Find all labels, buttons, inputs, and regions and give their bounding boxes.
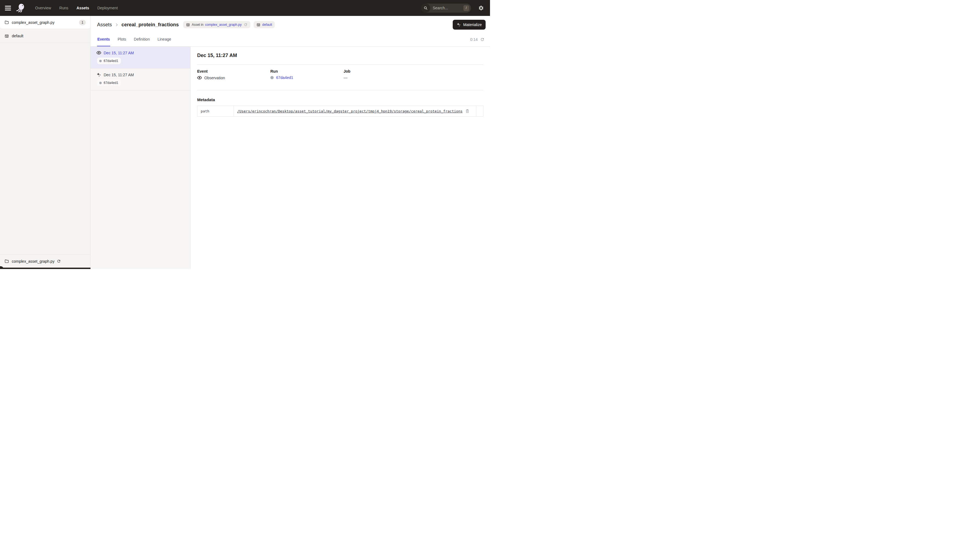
metadata-row: path /Users/erincochran/Desktop/asset_tu… (197, 106, 484, 116)
run-status-dot (270, 76, 274, 79)
search-shortcut-key: / (463, 5, 469, 11)
sidebar-footer: complex_asset_graph.py (0, 255, 90, 267)
nav-item-deployment[interactable]: Deployment (97, 6, 118, 10)
nav-item-runs[interactable]: Runs (59, 6, 68, 10)
run-id-label: 67da4ed1 (103, 59, 118, 63)
tab-lineage[interactable]: Lineage (157, 32, 171, 46)
asset-in-prefix: Asset in (192, 23, 204, 27)
main-content: Assets cereal_protein_fractions Asset in… (91, 16, 490, 269)
asset-group-icon (5, 34, 9, 38)
breadcrumb: Assets cereal_protein_fractions (97, 22, 179, 28)
group-label: default (12, 34, 23, 38)
code-location-label: complex_asset_graph.py (12, 20, 54, 25)
run-id-label: 67da4ed1 (103, 81, 118, 85)
event-list: Dec 15, 11:27 AM 67da4ed1 (91, 47, 191, 269)
left-sidebar: complex_asset_graph.py 1 default complex… (0, 16, 91, 269)
metadata-heading: Metadata (197, 97, 484, 102)
run-label: Run (270, 69, 344, 73)
sidebar-item-code-location[interactable]: complex_asset_graph.py 1 (0, 16, 90, 29)
event-list-item-materialization[interactable]: Dec 15, 11:27 AM 67da4ed1 (91, 68, 190, 91)
asset-location-tag[interactable]: Asset in complex_asset_graph.py (183, 21, 250, 28)
page-title: cereal_protein_fractions (121, 22, 179, 28)
fact-job: Job — (344, 69, 484, 80)
tab-bar: Events Plots Definition Lineage 0:14 (91, 32, 490, 47)
search-box[interactable]: / (421, 3, 471, 13)
metadata-table: path /Users/erincochran/Desktop/asset_tu… (197, 105, 484, 116)
group-tag[interactable]: default (254, 21, 275, 28)
event-timestamp: Dec 15, 11:27 AM (103, 73, 134, 77)
tab-plots[interactable]: Plots (117, 32, 126, 46)
run-id-tag[interactable]: 67da4ed1 (97, 80, 121, 86)
reload-definitions-icon[interactable] (244, 23, 248, 27)
page-header: Assets cereal_protein_fractions Asset in… (91, 16, 490, 30)
nav-item-overview[interactable]: Overview (35, 6, 51, 10)
header-tags: Asset in complex_asset_graph.py default (183, 21, 275, 28)
materialize-label: Materialize (463, 22, 482, 27)
divider (197, 90, 484, 90)
metadata-empty-cell (476, 106, 484, 116)
job-label: Job (344, 69, 484, 73)
asset-table-icon (186, 23, 190, 27)
run-status-dot (99, 82, 102, 84)
search-icon (421, 3, 430, 13)
event-timestamp: Dec 15, 11:27 AM (103, 51, 134, 55)
event-type-value: Observation (204, 76, 225, 80)
metadata-value-cell: /Users/erincochran/Desktop/asset_tutoria… (234, 106, 476, 116)
asset-location-link[interactable]: complex_asset_graph.py (205, 23, 242, 27)
dagster-logo-icon[interactable] (16, 3, 26, 13)
events-split-view: Dec 15, 11:27 AM 67da4ed1 (91, 47, 490, 269)
asset-count-badge: 1 (79, 20, 86, 25)
folder-icon (5, 20, 9, 25)
nav-item-assets[interactable]: Assets (76, 6, 89, 10)
folder-icon (5, 259, 9, 264)
bottom-overlay-edge (0, 267, 91, 269)
divider (197, 64, 484, 65)
run-id-tag[interactable]: 67da4ed1 (97, 57, 121, 64)
sparkle-icon (97, 72, 101, 77)
metadata-path-link[interactable]: /Users/erincochran/Desktop/asset_tutoria… (237, 109, 463, 113)
primary-nav: Overview Runs Assets Deployment (35, 6, 118, 10)
event-detail-pane: Dec 15, 11:27 AM Event Observation (191, 47, 490, 269)
event-facts: Event Observation Run (197, 69, 484, 80)
gear-icon[interactable] (478, 5, 484, 11)
auto-refresh: 0:14 (470, 32, 485, 46)
event-detail-title: Dec 15, 11:27 AM (197, 53, 484, 59)
top-nav: Overview Runs Assets Deployment / (0, 0, 490, 16)
reload-location-icon[interactable] (57, 259, 61, 263)
group-tag-link[interactable]: default (262, 23, 272, 27)
eye-icon (197, 75, 202, 80)
asset-group-icon (256, 23, 261, 27)
fact-run: Run 67da4ed1 (270, 69, 344, 80)
materialize-button[interactable]: Materialize (453, 20, 485, 30)
nav-right-cluster: / (421, 3, 485, 13)
eye-icon (97, 51, 101, 55)
copy-icon[interactable] (465, 109, 469, 113)
breadcrumb-assets-link[interactable]: Assets (97, 22, 112, 28)
tab-events[interactable]: Events (97, 32, 110, 46)
footer-code-location-label: complex_asset_graph.py (12, 259, 54, 264)
metadata-key: path (197, 106, 234, 116)
run-id-link[interactable]: 67da4ed1 (276, 75, 293, 80)
hamburger-menu-icon[interactable] (5, 6, 11, 10)
sidebar-item-group-default[interactable]: default (0, 29, 90, 43)
search-input[interactable] (433, 6, 457, 10)
sparkle-icon (457, 22, 461, 27)
fact-event: Event Observation (197, 69, 270, 80)
refresh-icon[interactable] (480, 37, 485, 42)
event-list-item-observation[interactable]: Dec 15, 11:27 AM 67da4ed1 (91, 47, 190, 68)
job-value: — (344, 75, 347, 80)
refresh-countdown: 0:14 (470, 37, 478, 42)
event-label: Event (197, 69, 270, 73)
chevron-right-icon (115, 23, 119, 27)
tab-definition[interactable]: Definition (134, 32, 150, 46)
run-status-dot (99, 60, 102, 62)
